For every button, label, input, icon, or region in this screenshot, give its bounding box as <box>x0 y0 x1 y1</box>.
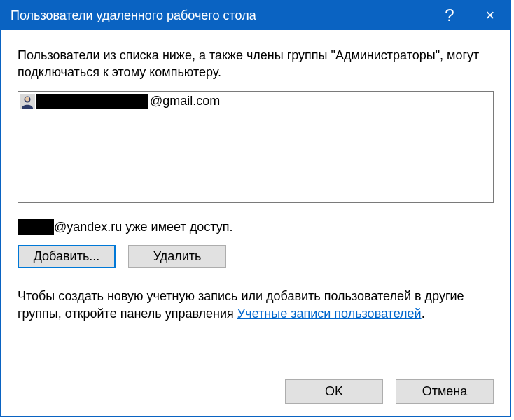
user-accounts-link[interactable]: Учетные записи пользователей <box>237 307 422 321</box>
ok-button[interactable]: OK <box>285 379 383 404</box>
remove-button[interactable]: Удалить <box>128 245 226 268</box>
dialog-title: Пользователи удаленного рабочего стола <box>11 8 429 23</box>
close-icon: × <box>486 6 495 24</box>
user-email-suffix: @gmail.com <box>150 92 220 109</box>
add-remove-button-row: Добавить... Удалить <box>18 245 494 268</box>
user-head-icon <box>20 94 35 109</box>
intro-text: Пользователи из списка ниже, а также чле… <box>18 47 494 81</box>
dialog-content: Пользователи из списка ниже, а также чле… <box>1 30 510 416</box>
user-listbox[interactable]: @gmail.com <box>18 91 494 203</box>
titlebar: Пользователи удаленного рабочего стола ?… <box>1 1 510 30</box>
cancel-button[interactable]: Отмена <box>396 379 494 404</box>
dialog-footer-buttons: OK Отмена <box>18 365 494 404</box>
access-suffix: @yandex.ru уже имеет доступ. <box>54 218 232 235</box>
current-user-access-line: @yandex.ru уже имеет доступ. <box>18 218 494 235</box>
user-list-item[interactable]: @gmail.com <box>20 93 492 110</box>
hint-text: Чтобы создать новую учетную запись или д… <box>18 288 494 323</box>
help-button[interactable]: ? <box>429 1 470 30</box>
svg-point-2 <box>25 97 29 101</box>
close-button[interactable]: × <box>470 1 510 30</box>
question-icon: ? <box>445 6 454 25</box>
remote-desktop-users-dialog: Пользователи удаленного рабочего стола ?… <box>0 0 511 417</box>
redacted-username <box>36 94 148 108</box>
add-button[interactable]: Добавить... <box>18 245 116 268</box>
redacted-current-user <box>18 219 54 234</box>
hint-suffix: . <box>422 307 425 321</box>
titlebar-controls: ? × <box>429 1 510 30</box>
